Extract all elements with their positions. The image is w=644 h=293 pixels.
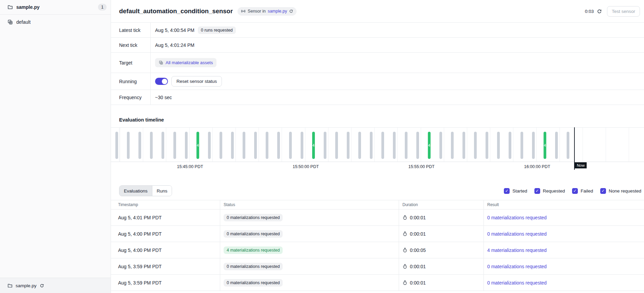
detail-label: Frequency [111, 90, 151, 105]
sensor-type-badge: Sensor in sample.py [238, 7, 297, 16]
result-link[interactable]: 0 materializations requested [487, 280, 547, 286]
timeline-bar[interactable] [462, 132, 465, 159]
timeline-bar-requested[interactable]: 4 [312, 132, 315, 159]
timestamp-cell: Aug 5, 4:01 PM PDT [111, 209, 220, 225]
checkbox-icon[interactable]: ✓ [572, 188, 578, 194]
timeline-bar[interactable] [393, 132, 396, 159]
timeline-bar[interactable] [567, 132, 569, 159]
timeline-bar[interactable] [254, 132, 257, 159]
tab-evaluations[interactable]: Evaluations [119, 186, 152, 196]
target-assets-tag[interactable]: All materializable assets [155, 58, 216, 67]
timeline-bar[interactable] [208, 132, 211, 159]
timeline-bar[interactable] [520, 132, 523, 159]
timeline-bar[interactable] [405, 132, 408, 159]
result-cell: 0 materializations requested [484, 258, 644, 274]
timeline-bar[interactable] [486, 132, 488, 159]
timeline-bar[interactable] [474, 132, 477, 159]
sidebar-item-label: default [16, 19, 31, 25]
filter-none-requested[interactable]: ✓ None requested [600, 188, 641, 194]
result-link[interactable]: 4 materializations requested [487, 248, 547, 253]
timeline-bar[interactable] [220, 132, 222, 159]
timeline-bar[interactable] [138, 132, 141, 159]
timeline-bar[interactable] [555, 132, 558, 159]
timeline-bar-requested[interactable]: 4 [544, 132, 546, 159]
now-marker-label: Now [575, 162, 587, 168]
table-row: Aug 5, 3:59 PM PDT 0 materializations re… [111, 275, 644, 291]
timeline-bar[interactable] [451, 132, 454, 159]
tab-runs[interactable]: Runs [152, 186, 172, 196]
timeline-bar[interactable] [301, 132, 303, 159]
timer-icon [402, 215, 408, 220]
timeline-bar[interactable] [532, 132, 535, 159]
timeline-bar[interactable] [127, 132, 130, 159]
timeline-bar[interactable] [358, 132, 361, 159]
page-header: default_automation_condition_sensor Sens… [111, 0, 644, 23]
timeline-axis: 15:45:00 PDT 15:50:00 PDT 15:55:00 PDT 1… [111, 162, 644, 171]
sidebar-code-location[interactable]: sample.py [0, 278, 111, 293]
filter-label: Failed [581, 188, 593, 194]
timeline-bar[interactable] [162, 132, 164, 159]
timer-icon [402, 264, 408, 269]
reload-icon[interactable] [289, 9, 293, 13]
timeline-bar[interactable] [335, 132, 338, 159]
result-link[interactable]: 0 materializations requested [487, 215, 547, 220]
timeline-bar[interactable] [416, 132, 419, 159]
asset-group-icon [7, 19, 13, 25]
app: sample.py 1 default sample.py [0, 0, 644, 293]
timeline-bar[interactable] [289, 132, 292, 159]
timeline-bar[interactable] [115, 132, 118, 159]
timeline-bar[interactable] [509, 132, 511, 159]
timeline-bar[interactable] [243, 132, 245, 159]
main-content: default_automation_condition_sensor Sens… [111, 0, 644, 293]
detail-row-next-tick: Next tick Aug 5, 4:01:24 PM [111, 38, 644, 53]
timeline-bar[interactable] [439, 132, 442, 159]
timeline-bar[interactable] [173, 132, 176, 159]
filter-started[interactable]: ✓ Started [504, 188, 527, 194]
timeline-bar[interactable] [266, 132, 268, 159]
sidebar: sample.py 1 default sample.py [0, 0, 111, 293]
timeline-bar[interactable] [231, 132, 234, 159]
timeline-bar[interactable] [185, 132, 188, 159]
timeline-bar[interactable] [150, 132, 153, 159]
column-header-timestamp: Timestamp [111, 200, 220, 209]
sensor-count-badge: 1 [98, 4, 107, 11]
sensor-badge-text: Sensor in [248, 9, 266, 14]
sensor-signal-icon [241, 9, 246, 14]
detail-label: Running [111, 73, 151, 90]
status-cell: 0 materializations requested [220, 275, 399, 291]
timeline-bar-requested[interactable]: 4 [196, 132, 199, 159]
timer-icon [402, 280, 408, 285]
timeline-bar[interactable] [381, 132, 384, 159]
table-body: Aug 5, 4:01 PM PDT 0 materializations re… [111, 209, 644, 291]
reset-sensor-status-button[interactable]: Reset sensor status [171, 76, 222, 87]
sidebar-item-sample-py[interactable]: sample.py 1 [0, 0, 111, 15]
checkbox-icon[interactable]: ✓ [534, 188, 540, 194]
test-sensor-button[interactable]: Test sensor [607, 6, 640, 17]
reload-icon[interactable] [40, 283, 44, 288]
timeline-bar[interactable] [370, 132, 373, 159]
checkbox-icon[interactable]: ✓ [600, 188, 606, 194]
target-tag-label: All materializable assets [166, 60, 213, 65]
timeline-bar[interactable] [497, 132, 500, 159]
timeline-bar[interactable] [277, 132, 280, 159]
filter-failed[interactable]: ✓ Failed [572, 188, 593, 194]
status-badge: 0 materializations requested [224, 279, 283, 287]
timeline-bar-requested[interactable]: 4 [428, 132, 431, 159]
result-link[interactable]: 0 materializations requested [487, 231, 547, 237]
timeline-bar[interactable] [324, 132, 326, 159]
checkbox-icon[interactable]: ✓ [504, 188, 510, 194]
detail-label: Next tick [111, 38, 151, 52]
code-location-label: sample.py [16, 283, 37, 288]
result-link[interactable]: 0 materializations requested [487, 264, 547, 269]
table-row: Aug 5, 4:00 PM PDT 0 materializations re… [111, 226, 644, 242]
running-toggle[interactable] [155, 78, 168, 85]
sensor-file-link[interactable]: sample.py [268, 9, 287, 14]
sidebar-item-default[interactable]: default [0, 15, 111, 28]
detail-row-latest-tick: Latest tick Aug 5, 4:00:54 PM 0 runs req… [111, 23, 644, 38]
refresh-icon[interactable] [597, 9, 602, 14]
timeline-bar[interactable] [347, 132, 349, 159]
timestamp-cell: Aug 5, 4:00 PM PDT [111, 242, 220, 258]
detail-label: Latest tick [111, 23, 151, 37]
status-badge: 4 materializations requested [224, 246, 283, 254]
filter-requested[interactable]: ✓ Requested [534, 188, 565, 194]
